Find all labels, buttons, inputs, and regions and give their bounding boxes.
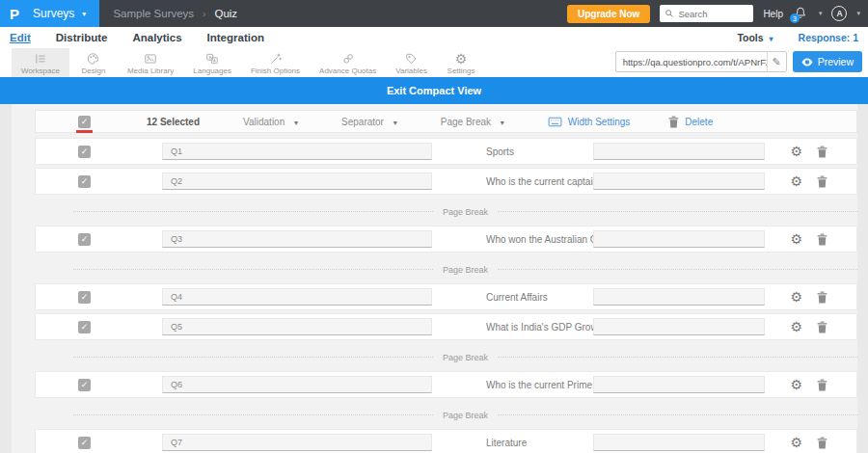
- upgrade-now-button[interactable]: Upgrade Now: [567, 5, 650, 23]
- page-break-dropdown[interactable]: Page Break ▾: [441, 117, 504, 127]
- toolbar-item-design[interactable]: Design: [69, 48, 118, 77]
- question-delete-trash-icon[interactable]: [817, 233, 827, 246]
- toolbar-item-advance-quotas[interactable]: Advance Quotas: [310, 48, 386, 77]
- question-code-input[interactable]: [162, 318, 432, 335]
- question-text[interactable]: Current Affairs: [486, 292, 593, 303]
- question-checkbox[interactable]: [78, 379, 91, 391]
- question-settings-gear-icon[interactable]: ⚙: [790, 320, 802, 333]
- question-settings-gear-icon[interactable]: ⚙: [790, 290, 802, 304]
- question-delete-trash-icon[interactable]: [817, 379, 827, 391]
- questionpro-logo[interactable]: P: [0, 0, 29, 27]
- width-settings-button[interactable]: Width Settings: [548, 117, 630, 127]
- question-answer-input[interactable]: [593, 143, 765, 160]
- toolbar-label: Variables: [395, 67, 427, 75]
- question-row: Who is the current Prime Minister of Aus…: [35, 371, 857, 398]
- question-settings-gear-icon[interactable]: ⚙: [790, 378, 802, 391]
- question-answer-input[interactable]: [593, 288, 765, 306]
- account-chevron-icon[interactable]: ▾: [856, 10, 860, 17]
- question-delete-trash-icon[interactable]: [817, 291, 827, 304]
- question-text[interactable]: What is India's GDP Growth Rate for the …: [486, 322, 593, 333]
- page-break-label: Page Break: [443, 265, 488, 275]
- page-break-row: Page Break: [35, 401, 857, 429]
- toolbar-item-languages[interactable]: Languages: [183, 48, 241, 77]
- question-delete-trash-icon[interactable]: [817, 146, 827, 158]
- question-settings-gear-icon[interactable]: ⚙: [790, 145, 802, 158]
- question-text[interactable]: Who is the current Prime Minister of Aus…: [486, 380, 593, 390]
- question-list-area: 12 Selected Validation ▾ Separator ▾ Pag…: [0, 104, 868, 453]
- design-palette-icon: [86, 51, 100, 66]
- question-row: Literature ⚙: [35, 429, 857, 453]
- question-settings-gear-icon[interactable]: ⚙: [790, 232, 802, 246]
- edit-url-pencil-icon[interactable]: ✎: [767, 52, 786, 71]
- tools-chevron-icon: ▾: [770, 35, 773, 43]
- tab-edit[interactable]: Edit: [10, 32, 31, 43]
- select-all-checkbox[interactable]: [78, 116, 91, 128]
- survey-url-field[interactable]: https://qa.questionpro.com/t/APNrFZeY ✎: [615, 51, 787, 72]
- question-answer-input[interactable]: [593, 230, 765, 248]
- page-break-line: [498, 357, 857, 358]
- brand-area: P Surveys ▾: [0, 0, 99, 27]
- question-code-input[interactable]: [162, 434, 432, 451]
- question-checkbox[interactable]: [78, 321, 91, 333]
- avatar[interactable]: A: [831, 6, 847, 21]
- question-text[interactable]: Who won the Australian Open Men's Title …: [486, 234, 593, 245]
- toolbar-item-media-library[interactable]: Media Library: [118, 48, 183, 77]
- tab-integration[interactable]: Integration: [207, 32, 264, 43]
- question-text[interactable]: Who is the current captain of women's cr…: [486, 176, 593, 187]
- left-gutter: [0, 104, 12, 453]
- notifications-chevron-icon[interactable]: ▾: [819, 10, 823, 17]
- question-answer-input[interactable]: [593, 376, 765, 393]
- page-break-label: Page Break: [443, 353, 488, 362]
- question-code-input[interactable]: [162, 288, 432, 306]
- question-checkbox[interactable]: [78, 291, 91, 304]
- toolbar-label: Advance Quotas: [319, 67, 376, 75]
- question-code-input[interactable]: [162, 230, 432, 248]
- toolbar-item-finish-options[interactable]: Finish Options: [241, 48, 310, 77]
- help-link[interactable]: Help: [763, 9, 783, 19]
- question-checkbox[interactable]: [78, 437, 91, 449]
- toolbar-item-variables[interactable]: Variables: [386, 48, 437, 77]
- question-delete-trash-icon[interactable]: [817, 437, 827, 449]
- workspace-icon: [33, 51, 48, 66]
- scrollbar-track[interactable]: [857, 104, 868, 453]
- search-icon: [665, 9, 674, 18]
- question-settings-gear-icon[interactable]: ⚙: [790, 436, 802, 449]
- question-text[interactable]: Literature: [486, 438, 593, 448]
- notifications-bell[interactable]: 3: [793, 5, 809, 22]
- product-menu-surveys[interactable]: Surveys ▾: [29, 7, 99, 20]
- toolbar-item-workspace[interactable]: Workspace: [12, 48, 69, 77]
- question-code-input[interactable]: [162, 143, 432, 160]
- search-box[interactable]: [660, 5, 753, 22]
- question-answer-input[interactable]: [593, 434, 765, 451]
- question-text[interactable]: Sports: [486, 147, 593, 157]
- question-code-input[interactable]: [162, 173, 432, 190]
- question-code-input[interactable]: [162, 376, 432, 393]
- survey-toolbar: Workspace Design Media Library Languages…: [0, 48, 868, 77]
- toolbar-item-settings[interactable]: ⚙ Settings: [437, 48, 485, 77]
- breadcrumb-current: Quiz: [214, 8, 237, 19]
- question-answer-input[interactable]: [593, 318, 765, 335]
- question-checkbox[interactable]: [78, 175, 91, 188]
- search-input[interactable]: [678, 9, 746, 19]
- breadcrumb-parent[interactable]: Sample Surveys: [113, 8, 194, 19]
- question-checkbox[interactable]: [78, 146, 91, 158]
- question-row: What is India's GDP Growth Rate for the …: [35, 313, 857, 340]
- chevron-down-icon: ▾: [82, 10, 86, 18]
- response-count-link[interactable]: Response: 1: [799, 32, 858, 43]
- tools-menu[interactable]: Tools ▾: [737, 32, 773, 43]
- question-delete-trash-icon[interactable]: [817, 321, 827, 333]
- tab-analytics[interactable]: Analytics: [132, 32, 181, 43]
- question-settings-gear-icon[interactable]: ⚙: [790, 174, 802, 188]
- breadcrumb: Sample Surveys › Quiz: [113, 0, 237, 27]
- exit-compact-view-link[interactable]: Exit Compact View: [387, 85, 481, 96]
- tab-distribute[interactable]: Distribute: [56, 32, 108, 43]
- validation-dropdown[interactable]: Validation ▾: [243, 117, 298, 127]
- toolbar-label: Languages: [193, 67, 231, 75]
- separator-dropdown[interactable]: Separator ▾: [341, 117, 397, 127]
- compact-view-bar[interactable]: Exit Compact View: [0, 77, 868, 104]
- question-checkbox[interactable]: [78, 233, 91, 246]
- delete-button[interactable]: Delete: [668, 116, 713, 128]
- question-answer-input[interactable]: [593, 173, 765, 190]
- preview-button[interactable]: Preview: [793, 51, 862, 72]
- question-delete-trash-icon[interactable]: [817, 175, 827, 188]
